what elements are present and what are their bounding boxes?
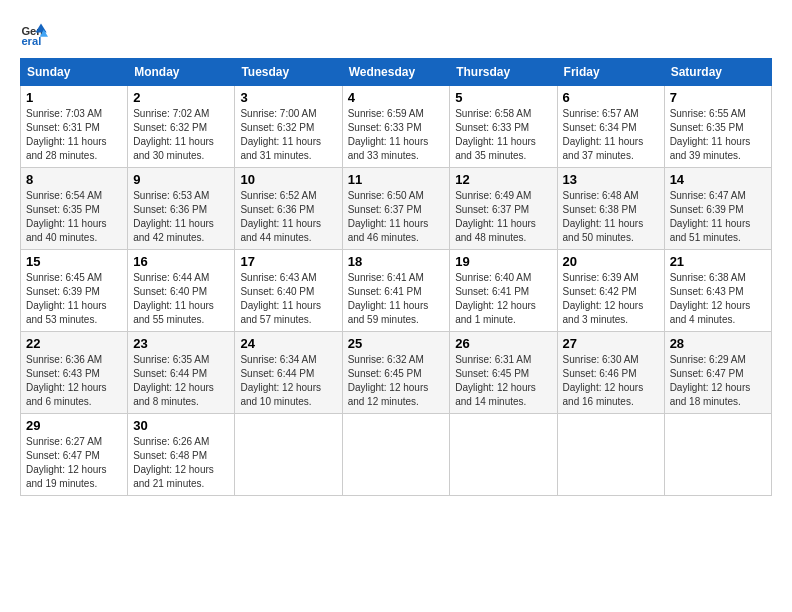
svg-text:eral: eral: [21, 35, 41, 47]
calendar-day-cell: 28 Sunrise: 6:29 AM Sunset: 6:47 PM Dayl…: [664, 332, 771, 414]
calendar-day-cell: 11 Sunrise: 6:50 AM Sunset: 6:37 PM Dayl…: [342, 168, 450, 250]
day-info: Sunrise: 6:54 AM Sunset: 6:35 PM Dayligh…: [26, 189, 122, 245]
calendar-day-cell: 29 Sunrise: 6:27 AM Sunset: 6:47 PM Dayl…: [21, 414, 128, 496]
day-info: Sunrise: 6:45 AM Sunset: 6:39 PM Dayligh…: [26, 271, 122, 327]
day-info: Sunrise: 6:44 AM Sunset: 6:40 PM Dayligh…: [133, 271, 229, 327]
day-number: 17: [240, 254, 336, 269]
calendar-day-cell: 20 Sunrise: 6:39 AM Sunset: 6:42 PM Dayl…: [557, 250, 664, 332]
day-info: Sunrise: 6:35 AM Sunset: 6:44 PM Dayligh…: [133, 353, 229, 409]
calendar-day-cell: 9 Sunrise: 6:53 AM Sunset: 6:36 PM Dayli…: [128, 168, 235, 250]
weekday-header-row: SundayMondayTuesdayWednesdayThursdayFrid…: [21, 59, 772, 86]
weekday-header-cell: Tuesday: [235, 59, 342, 86]
day-info: Sunrise: 6:41 AM Sunset: 6:41 PM Dayligh…: [348, 271, 445, 327]
calendar-day-cell: 4 Sunrise: 6:59 AM Sunset: 6:33 PM Dayli…: [342, 86, 450, 168]
calendar-day-cell: [557, 414, 664, 496]
day-info: Sunrise: 6:31 AM Sunset: 6:45 PM Dayligh…: [455, 353, 551, 409]
day-number: 23: [133, 336, 229, 351]
calendar-day-cell: 2 Sunrise: 7:02 AM Sunset: 6:32 PM Dayli…: [128, 86, 235, 168]
day-info: Sunrise: 6:52 AM Sunset: 6:36 PM Dayligh…: [240, 189, 336, 245]
calendar-day-cell: 7 Sunrise: 6:55 AM Sunset: 6:35 PM Dayli…: [664, 86, 771, 168]
day-number: 27: [563, 336, 659, 351]
day-info: Sunrise: 6:50 AM Sunset: 6:37 PM Dayligh…: [348, 189, 445, 245]
day-number: 19: [455, 254, 551, 269]
day-info: Sunrise: 6:49 AM Sunset: 6:37 PM Dayligh…: [455, 189, 551, 245]
calendar-day-cell: 18 Sunrise: 6:41 AM Sunset: 6:41 PM Dayl…: [342, 250, 450, 332]
day-info: Sunrise: 6:55 AM Sunset: 6:35 PM Dayligh…: [670, 107, 766, 163]
calendar-week-row: 29 Sunrise: 6:27 AM Sunset: 6:47 PM Dayl…: [21, 414, 772, 496]
calendar-week-row: 22 Sunrise: 6:36 AM Sunset: 6:43 PM Dayl…: [21, 332, 772, 414]
day-info: Sunrise: 6:57 AM Sunset: 6:34 PM Dayligh…: [563, 107, 659, 163]
day-number: 9: [133, 172, 229, 187]
calendar-day-cell: 21 Sunrise: 6:38 AM Sunset: 6:43 PM Dayl…: [664, 250, 771, 332]
day-number: 16: [133, 254, 229, 269]
calendar-table: SundayMondayTuesdayWednesdayThursdayFrid…: [20, 58, 772, 496]
calendar-day-cell: 14 Sunrise: 6:47 AM Sunset: 6:39 PM Dayl…: [664, 168, 771, 250]
day-info: Sunrise: 6:32 AM Sunset: 6:45 PM Dayligh…: [348, 353, 445, 409]
day-info: Sunrise: 6:53 AM Sunset: 6:36 PM Dayligh…: [133, 189, 229, 245]
calendar-day-cell: 25 Sunrise: 6:32 AM Sunset: 6:45 PM Dayl…: [342, 332, 450, 414]
page-header: Gen eral: [20, 20, 772, 48]
calendar-day-cell: 3 Sunrise: 7:00 AM Sunset: 6:32 PM Dayli…: [235, 86, 342, 168]
logo: Gen eral: [20, 20, 52, 48]
weekday-header-cell: Wednesday: [342, 59, 450, 86]
day-number: 4: [348, 90, 445, 105]
calendar-week-row: 1 Sunrise: 7:03 AM Sunset: 6:31 PM Dayli…: [21, 86, 772, 168]
day-info: Sunrise: 6:30 AM Sunset: 6:46 PM Dayligh…: [563, 353, 659, 409]
day-number: 20: [563, 254, 659, 269]
calendar-day-cell: 12 Sunrise: 6:49 AM Sunset: 6:37 PM Dayl…: [450, 168, 557, 250]
calendar-day-cell: 8 Sunrise: 6:54 AM Sunset: 6:35 PM Dayli…: [21, 168, 128, 250]
day-info: Sunrise: 6:58 AM Sunset: 6:33 PM Dayligh…: [455, 107, 551, 163]
calendar-day-cell: 13 Sunrise: 6:48 AM Sunset: 6:38 PM Dayl…: [557, 168, 664, 250]
day-info: Sunrise: 6:26 AM Sunset: 6:48 PM Dayligh…: [133, 435, 229, 491]
calendar-week-row: 15 Sunrise: 6:45 AM Sunset: 6:39 PM Dayl…: [21, 250, 772, 332]
day-number: 15: [26, 254, 122, 269]
calendar-day-cell: [450, 414, 557, 496]
weekday-header-cell: Monday: [128, 59, 235, 86]
day-info: Sunrise: 6:59 AM Sunset: 6:33 PM Dayligh…: [348, 107, 445, 163]
calendar-day-cell: 1 Sunrise: 7:03 AM Sunset: 6:31 PM Dayli…: [21, 86, 128, 168]
calendar-day-cell: 16 Sunrise: 6:44 AM Sunset: 6:40 PM Dayl…: [128, 250, 235, 332]
weekday-header-cell: Sunday: [21, 59, 128, 86]
calendar-day-cell: 15 Sunrise: 6:45 AM Sunset: 6:39 PM Dayl…: [21, 250, 128, 332]
day-number: 7: [670, 90, 766, 105]
day-info: Sunrise: 6:39 AM Sunset: 6:42 PM Dayligh…: [563, 271, 659, 327]
day-number: 8: [26, 172, 122, 187]
calendar-day-cell: 30 Sunrise: 6:26 AM Sunset: 6:48 PM Dayl…: [128, 414, 235, 496]
calendar-day-cell: [664, 414, 771, 496]
calendar-day-cell: 23 Sunrise: 6:35 AM Sunset: 6:44 PM Dayl…: [128, 332, 235, 414]
calendar-body: 1 Sunrise: 7:03 AM Sunset: 6:31 PM Dayli…: [21, 86, 772, 496]
calendar-day-cell: 24 Sunrise: 6:34 AM Sunset: 6:44 PM Dayl…: [235, 332, 342, 414]
day-info: Sunrise: 7:03 AM Sunset: 6:31 PM Dayligh…: [26, 107, 122, 163]
calendar-day-cell: 5 Sunrise: 6:58 AM Sunset: 6:33 PM Dayli…: [450, 86, 557, 168]
day-info: Sunrise: 6:40 AM Sunset: 6:41 PM Dayligh…: [455, 271, 551, 327]
day-number: 1: [26, 90, 122, 105]
day-number: 18: [348, 254, 445, 269]
day-number: 29: [26, 418, 122, 433]
day-info: Sunrise: 7:02 AM Sunset: 6:32 PM Dayligh…: [133, 107, 229, 163]
day-number: 21: [670, 254, 766, 269]
day-info: Sunrise: 6:43 AM Sunset: 6:40 PM Dayligh…: [240, 271, 336, 327]
calendar-day-cell: [235, 414, 342, 496]
day-number: 6: [563, 90, 659, 105]
calendar-day-cell: 10 Sunrise: 6:52 AM Sunset: 6:36 PM Dayl…: [235, 168, 342, 250]
calendar-day-cell: [342, 414, 450, 496]
day-info: Sunrise: 6:38 AM Sunset: 6:43 PM Dayligh…: [670, 271, 766, 327]
day-number: 26: [455, 336, 551, 351]
calendar-day-cell: 19 Sunrise: 6:40 AM Sunset: 6:41 PM Dayl…: [450, 250, 557, 332]
weekday-header-cell: Saturday: [664, 59, 771, 86]
day-info: Sunrise: 6:36 AM Sunset: 6:43 PM Dayligh…: [26, 353, 122, 409]
day-number: 25: [348, 336, 445, 351]
calendar-day-cell: 27 Sunrise: 6:30 AM Sunset: 6:46 PM Dayl…: [557, 332, 664, 414]
calendar-day-cell: 22 Sunrise: 6:36 AM Sunset: 6:43 PM Dayl…: [21, 332, 128, 414]
calendar-day-cell: 26 Sunrise: 6:31 AM Sunset: 6:45 PM Dayl…: [450, 332, 557, 414]
calendar-week-row: 8 Sunrise: 6:54 AM Sunset: 6:35 PM Dayli…: [21, 168, 772, 250]
calendar-day-cell: 17 Sunrise: 6:43 AM Sunset: 6:40 PM Dayl…: [235, 250, 342, 332]
day-info: Sunrise: 7:00 AM Sunset: 6:32 PM Dayligh…: [240, 107, 336, 163]
day-number: 22: [26, 336, 122, 351]
day-info: Sunrise: 6:29 AM Sunset: 6:47 PM Dayligh…: [670, 353, 766, 409]
day-number: 2: [133, 90, 229, 105]
day-number: 28: [670, 336, 766, 351]
day-number: 5: [455, 90, 551, 105]
day-number: 14: [670, 172, 766, 187]
day-info: Sunrise: 6:27 AM Sunset: 6:47 PM Dayligh…: [26, 435, 122, 491]
